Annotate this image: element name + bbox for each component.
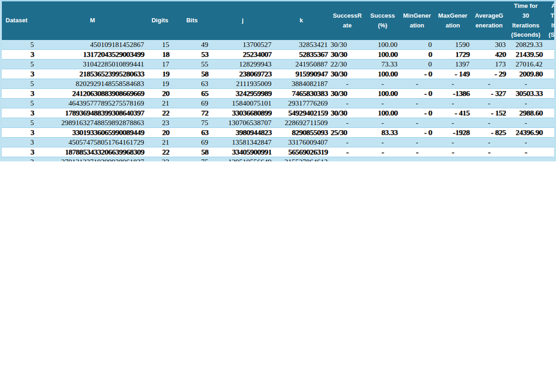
results-table: DatasetMDigitsBitsjkSuccessR ateSuccess …	[2, 1, 556, 161]
table-cell-max_generation: -1386	[435, 89, 471, 99]
column-header-success_rate: SuccessR ate	[329, 1, 366, 40]
table-cell-m: 33019336065990089449	[38, 128, 147, 138]
table-cell-j: 13581342847	[212, 138, 274, 147]
table-cell-success_rate: 30/30	[329, 108, 366, 118]
column-header-digits: Digits	[147, 1, 172, 40]
table-cell-m: 8202929148558584683	[38, 79, 147, 89]
table-cell-j: 2111935009	[212, 79, 274, 89]
table-row: 3131720435290034991853252340075283536730…	[2, 50, 556, 60]
table-cell-m: 31042285010899441	[38, 60, 147, 69]
table-cell-m: 27913133719399938961837	[38, 157, 147, 161]
table-cell-m: 1878853433206639968309	[38, 147, 147, 157]
table-cell-time_30_iterations: -	[507, 157, 544, 161]
table-cell-k: 3884082187	[274, 79, 329, 89]
table-cell-bits: 63	[172, 79, 212, 89]
table-cell-min_generation: -	[399, 99, 435, 108]
table-cell-max_generation: 1397	[435, 60, 471, 69]
table-cell-success_rate: -	[329, 99, 366, 108]
table-cell-min_generation: - 0	[399, 69, 435, 79]
table-cell-k: 7465830383	[274, 89, 329, 99]
table-cell-max_generation: -	[435, 79, 471, 89]
table-cell-average_generation: -	[471, 147, 507, 157]
table-cell-digits: 17	[147, 60, 172, 69]
table-cell-k: 52835367	[274, 50, 329, 60]
table-cell-avg_time_per_iteration: -	[544, 157, 556, 161]
table-cell-time_30_iterations: 30503.33	[507, 89, 544, 99]
table-cell-time_30_iterations: 2009.80	[507, 69, 544, 79]
table-cell-digits: 15	[147, 40, 172, 50]
table-cell-min_generation: -	[399, 138, 435, 147]
table-cell-average_generation: -	[471, 118, 507, 128]
table-cell-success_pct: 83.33	[366, 128, 399, 138]
table-row: 5464395777895275578169216915840075101293…	[2, 99, 556, 108]
table-cell-time_30_iterations: 20829.33	[507, 40, 544, 50]
table-cell-time_30_iterations: -	[507, 99, 544, 108]
table-cell-avg_time_per_iteration: 68.09	[544, 69, 556, 79]
table-cell-m: 1789369488399308640397	[38, 108, 147, 118]
table-cell-time_30_iterations: -	[507, 79, 544, 89]
table-cell-time_30_iterations: 24396.90	[507, 128, 544, 138]
table-cell-bits: 69	[172, 138, 212, 147]
table-row: 54501091814528671549137005273285342130/3…	[2, 40, 556, 50]
table-cell-k: 228692711509	[274, 118, 329, 128]
table-cell-k: 241950887	[274, 60, 329, 69]
column-header-m: M	[38, 1, 147, 40]
table-cell-bits: 75	[172, 157, 212, 161]
table-cell-j: 3980944823	[212, 128, 274, 138]
table-cell-average_generation: 303	[471, 40, 507, 50]
table-cell-max_generation: -	[435, 99, 471, 108]
table-cell-average_generation: -	[471, 138, 507, 147]
table-cell-bits: 53	[172, 50, 212, 60]
column-header-time_30_iterations: Time for 30 Iterations (Seconds)	[507, 1, 544, 40]
table-row: 3241206308839086696692065324295998974658…	[2, 89, 556, 99]
table-cell-dataset: 3	[2, 69, 38, 79]
table-cell-k: 54929402159	[274, 108, 329, 118]
table-cell-success_rate: 30/30	[329, 69, 366, 79]
table-row: 5820292914855858468319632111935009388408…	[2, 79, 556, 89]
table-cell-j: 3242959989	[212, 89, 274, 99]
table-cell-min_generation: 0	[399, 40, 435, 50]
column-header-max_generation: MaxGener ation	[435, 1, 471, 40]
table-cell-success_pct: 100.00	[366, 89, 399, 99]
table-cell-max_generation: 1729	[435, 50, 471, 60]
table-cell-m: 29891632748859892878863	[38, 118, 147, 128]
table-cell-avg_time_per_iteration: -	[544, 99, 556, 108]
table-cell-min_generation: 0	[399, 60, 435, 69]
table-cell-j: 25234007	[212, 50, 274, 60]
column-header-min_generation: MinGener ation	[399, 1, 435, 40]
table-cell-time_30_iterations: -	[507, 138, 544, 147]
results-table-region: DatasetMDigitsBitsjkSuccessR ateSuccess …	[0, 0, 556, 161]
table-body: 54501091814528671549137005273285342130/3…	[2, 40, 556, 161]
table-cell-dataset: 3	[2, 157, 38, 161]
table-cell-dataset: 3	[2, 89, 38, 99]
table-cell-avg_time_per_iteration: 694.31	[544, 40, 556, 50]
table-row: 3330193360659900894492063398094482382908…	[2, 128, 556, 138]
table-cell-dataset: 3	[2, 108, 38, 118]
table-row: 3178936948839930864039722723303668089954…	[2, 108, 556, 118]
table-cell-dataset: 3	[2, 128, 38, 138]
table-cell-dataset: 5	[2, 60, 38, 69]
table-cell-max_generation: -1928	[435, 128, 471, 138]
table-cell-j: 130706538707	[212, 118, 274, 128]
table-cell-min_generation: -	[399, 147, 435, 157]
table-cell-bits: 75	[172, 118, 212, 128]
table-cell-average_generation: - 327	[471, 89, 507, 99]
table-cell-success_rate: 30/30	[329, 40, 366, 50]
table-cell-average_generation: - 29	[471, 69, 507, 79]
table-cell-digits: 20	[147, 128, 172, 138]
table-cell-average_generation: - 152	[471, 108, 507, 118]
table-cell-time_30_iterations: 2988.60	[507, 108, 544, 118]
table-row: 3450574758051764161729216913581342847331…	[2, 138, 556, 147]
table-cell-min_generation: - 0	[399, 108, 435, 118]
table-cell-max_generation: - 415	[435, 108, 471, 118]
table-cell-success_pct: -	[366, 79, 399, 89]
table-cell-avg_time_per_iteration: 99.62	[544, 108, 556, 118]
table-cell-min_generation: -	[399, 79, 435, 89]
table-cell-bits: 58	[172, 147, 212, 157]
table-cell-digits: 22	[147, 108, 172, 118]
table-cell-time_30_iterations: 21439.50	[507, 50, 544, 60]
table-cell-success_pct: 73.33	[366, 60, 399, 69]
table-cell-j: 238069723	[212, 69, 274, 79]
table-row: 5310422850108994411755128299943241950887…	[2, 60, 556, 69]
column-header-success_pct: Success (%)	[366, 1, 399, 40]
